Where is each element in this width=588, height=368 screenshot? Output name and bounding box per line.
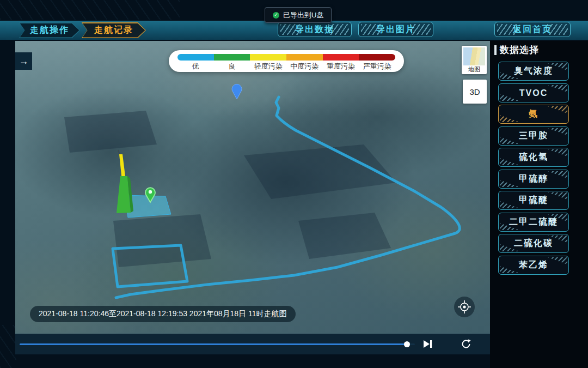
- tab-cruise-record[interactable]: 走航记录: [82, 22, 146, 38]
- legend-label: 优: [177, 62, 214, 71]
- sidebar-item-label: 硫化氢: [519, 152, 548, 163]
- sidebar-item-trimethylamine[interactable]: 三甲胺: [498, 126, 569, 146]
- skip-to-end-button[interactable]: [420, 337, 436, 351]
- sidebar-item-styrene[interactable]: 苯乙烯: [498, 256, 569, 275]
- sidebar-item-label: TVOC: [519, 88, 548, 98]
- export-data-label: 导出数据: [295, 24, 334, 35]
- legend-label: 重度污染: [323, 62, 359, 71]
- tab-cruise-operation[interactable]: 走航操作: [19, 22, 80, 38]
- tab-label: 走航记录: [83, 23, 145, 38]
- sidebar-item-carbon-disulfide[interactable]: 二硫化碳: [498, 234, 569, 253]
- sidebar-item-dimethyl-disulfide[interactable]: 二甲二硫醚: [498, 213, 569, 232]
- panel-header: 数据选择: [494, 44, 539, 56]
- arrow-right-icon: →: [19, 56, 29, 67]
- legend-label: 严重污染: [359, 62, 395, 71]
- back-home-button[interactable]: 返回首页: [494, 22, 571, 37]
- sidebar-item-label: 苯乙烯: [519, 260, 548, 271]
- sidebar-item-ammonia[interactable]: 氨: [498, 105, 569, 124]
- route-track: [116, 97, 460, 298]
- sidebar-item-label: 三甲胺: [519, 130, 548, 142]
- refresh-icon: [461, 339, 471, 349]
- map-layer-label: 地图: [462, 65, 487, 73]
- pollution-spike: [117, 150, 133, 213]
- sidebar-item-odor[interactable]: 臭气浓度: [498, 62, 569, 81]
- sidebar-item-label: 二甲二硫醚: [509, 216, 558, 228]
- tab-label: 走航操作: [20, 23, 79, 38]
- sidebar-item-label: 臭气浓度: [514, 65, 553, 77]
- crosshair-icon: [457, 300, 471, 314]
- playback-bar: [15, 334, 490, 354]
- legend-label: 中度污染: [286, 62, 323, 71]
- map-3d-button[interactable]: 3D: [463, 80, 487, 104]
- map-thumbnail-icon: [463, 47, 485, 65]
- app-window: 走航操作 走航记录 导出数据 导出图片 返回首页 ✓ 已导出到U盘: [0, 0, 588, 368]
- legend-segment: [214, 54, 250, 61]
- sidebar-item-tvoc[interactable]: TVOC: [498, 83, 569, 102]
- sidebar-item-label: 甲硫醚: [519, 195, 548, 206]
- legend-segment: [359, 54, 395, 61]
- locate-button[interactable]: [454, 297, 475, 317]
- export-image-label: 导出图片: [376, 24, 415, 35]
- aqi-legend: 优 良 轻度污染 中度污染 重度污染 严重污染: [169, 50, 404, 72]
- sidebar-item-label: 氨: [529, 108, 538, 120]
- panel-title: 数据选择: [500, 44, 539, 56]
- sidebar-item-h2s[interactable]: 硫化氢: [498, 148, 569, 167]
- progress-fill: [20, 343, 407, 345]
- legend-segment: [323, 54, 359, 61]
- legend-label: 轻度污染: [250, 62, 286, 71]
- progress-knob[interactable]: [404, 341, 410, 347]
- map-viewport[interactable]: → 优 良 轻度污染 中度污染 重度污染 严重污染: [15, 41, 490, 334]
- replay-button[interactable]: [458, 337, 474, 351]
- success-check-icon: ✓: [273, 12, 279, 19]
- toast-text: 已导出到U盘: [283, 10, 323, 20]
- blue-pin-icon: [232, 84, 242, 99]
- map-layer-button[interactable]: 地图: [462, 46, 487, 74]
- sidebar-item-methanethiol[interactable]: 甲硫醇: [498, 170, 569, 189]
- toast-notification: ✓ 已导出到U盘: [265, 7, 332, 23]
- legend-color-bar: [177, 54, 395, 61]
- skip-end-icon: [423, 340, 433, 348]
- back-home-label: 返回首页: [513, 24, 552, 35]
- legend-label: 良: [214, 62, 250, 71]
- sidebar-item-label: 二硫化碳: [514, 238, 553, 249]
- sidebar-item-methyl-sulfide[interactable]: 甲硫醚: [498, 191, 569, 210]
- data-select-panel: 数据选择 臭气浓度 TVOC 氨 三甲胺 硫化氢 甲硫醇 甲硫醚 二甲二硫醚 二…: [490, 41, 588, 368]
- legend-segment: [250, 54, 286, 61]
- sidebar-item-label: 甲硫醇: [519, 173, 548, 185]
- building-blocks: [64, 111, 396, 267]
- corner-texture: [0, 0, 180, 20]
- legend-segment: [286, 54, 323, 61]
- timestamp-pill: 2021-08-18 11:20:46至2021-08-18 12:19:53 …: [30, 306, 296, 322]
- header-accent-bar: [494, 45, 497, 55]
- export-image-button[interactable]: 导出图片: [358, 22, 433, 37]
- map-3d-label: 3D: [469, 87, 480, 96]
- collapse-arrow-button[interactable]: →: [15, 52, 32, 70]
- corner-texture: [0, 325, 16, 368]
- legend-segment: [177, 54, 214, 61]
- map-overlay: [15, 41, 490, 334]
- progress-track[interactable]: [20, 343, 415, 345]
- timestamp-text: 2021-08-18 11:20:46至2021-08-18 12:19:53 …: [39, 309, 287, 319]
- export-data-button[interactable]: 导出数据: [278, 22, 352, 37]
